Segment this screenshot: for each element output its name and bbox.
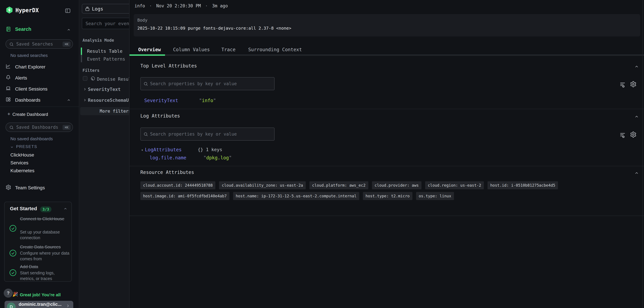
resource-attribute-badge[interactable]: cloud.availability_zone: us-east-2a (219, 181, 306, 189)
get-started-item-subtitle: Configure where your data comes from (20, 250, 70, 262)
filter-group-severitytext[interactable]: SeverityText (88, 87, 120, 92)
event-search-input[interactable] (82, 18, 129, 29)
get-started-item-subtitle: Start sending logs, metrics, or traces (20, 270, 70, 281)
saved-dashboards-box: ⌘K (6, 123, 73, 132)
sidebar-item-chart-explorer[interactable]: Chart Explorer (15, 64, 46, 70)
collapse-section-icon[interactable] (634, 171, 639, 175)
resource-badges: cloud.account.id: 244449518788 cloud.ava… (140, 181, 634, 200)
tab-column-values[interactable]: Column Values (173, 47, 210, 52)
body-content: 2025-10-22 10:15:09 purge fonts-dejavu-c… (137, 26, 291, 31)
create-dashboard-button[interactable]: Create Dashboard (12, 112, 48, 117)
preset-item-kubernetes[interactable]: Kubernetes (10, 168, 34, 173)
body-label: Body (137, 18, 148, 23)
preset-item-clickhouse[interactable]: ClickHouse (10, 152, 34, 158)
sidebar-item-dashboards[interactable]: Dashboards (15, 97, 40, 103)
brand-title: HyperDX (16, 7, 39, 13)
resource-attribute-badge[interactable]: host.type: t2.micro (363, 192, 412, 200)
sidebar-divider (0, 107, 79, 107)
dot-separator: · (205, 3, 208, 8)
gear-icon[interactable] (630, 131, 636, 138)
more-filters-button[interactable]: More filters (80, 107, 129, 115)
presets-header[interactable]: PRESETS (16, 144, 37, 149)
sidebar-item-alerts[interactable]: Alerts (15, 75, 27, 81)
denoise-checkbox[interactable] (83, 76, 88, 81)
event-relative-time: 3m ago (212, 3, 228, 8)
gear-icon[interactable] (630, 81, 636, 88)
get-started-item-title[interactable]: Create Data Sources (20, 244, 72, 250)
check-circle-icon (9, 225, 16, 232)
resource-attribute-badge[interactable]: cloud.provider: aws (372, 181, 422, 189)
tab-surrounding-context[interactable]: Surrounding Context (248, 47, 302, 52)
collapse-section-icon[interactable] (634, 64, 639, 69)
get-started-item-title[interactable]: Add Data (20, 264, 72, 270)
check-circle-icon (9, 269, 16, 276)
search-icon (144, 82, 148, 86)
scrollbar-track[interactable] (642, 0, 643, 308)
sidebar-item-client-sessions[interactable]: Client Sessions (15, 86, 48, 92)
denoise-icon (90, 76, 95, 81)
tab-overview[interactable]: Overview (138, 47, 161, 52)
tab-trace[interactable]: Trace (221, 47, 236, 52)
user-menu[interactable]: D dominic.tran@clic... dominic.tran@clic… (4, 301, 73, 308)
chevron-up-icon[interactable] (66, 98, 71, 102)
section-divider (130, 109, 644, 109)
sidebar-collapse-icon[interactable] (65, 8, 71, 14)
resource-attribute-badge[interactable]: cloud.account.id: 244449518788 (140, 181, 215, 189)
help-button[interactable]: ? (4, 289, 13, 298)
get-started-progress-badge: 3/3 (40, 206, 52, 212)
attribute-value[interactable]: "dpkg.log" (204, 155, 232, 160)
search-icon (144, 132, 148, 137)
resource-attribute-badge[interactable]: cloud.region: us-east-2 (425, 181, 484, 189)
analysis-mode-label: Analysis Mode (82, 38, 114, 43)
severity-text: info (134, 3, 145, 8)
hyperdx-app: HyperDX Search ⌘K No saved searches Char… (0, 0, 644, 308)
resource-attribute-badge[interactable]: host.id: i-0510b81275acbe4d5 (488, 181, 558, 189)
section-title-top-level: Top Level Attributes (140, 63, 197, 69)
section-title-log-attributes: Log Attributes (140, 113, 180, 119)
wrap-lines-icon[interactable] (620, 81, 626, 88)
sidebar-item-team-settings[interactable]: Team Settings (15, 185, 45, 190)
inactive-mode-indicator (81, 55, 82, 62)
resource-attribute-badge[interactable]: os.type: linux (416, 192, 454, 200)
get-started-card: Get Started 3/3 Connect to ClickHouse Se… (4, 202, 72, 282)
attribute-key[interactable]: log.file.name (150, 155, 186, 160)
chevron-up-icon[interactable] (63, 207, 68, 211)
user-name: dominic.tran@clic... (18, 302, 62, 307)
mode-option-event-patterns[interactable]: Event Patterns (87, 56, 125, 62)
property-search-input[interactable] (141, 128, 274, 140)
denoise-results-label[interactable]: Denoise Results (97, 77, 129, 82)
resource-attribute-badge[interactable]: host.name: ip-172-31-12-5.us-east-2.comp… (233, 192, 359, 200)
party-emoji: 🎉 (12, 292, 18, 297)
chevron-right-icon[interactable] (83, 87, 87, 92)
attribute-value[interactable]: "info" (199, 98, 216, 103)
data-source-button[interactable]: Logs (82, 4, 129, 13)
client-sessions-icon (6, 86, 11, 91)
section-divider (130, 166, 644, 166)
collapse-section-icon[interactable] (634, 114, 639, 119)
logs-source-icon (85, 6, 90, 11)
wrap-lines-icon[interactable] (620, 132, 626, 138)
get-started-title: Get Started (10, 206, 37, 211)
attribute-key[interactable]: SeverityText (144, 98, 178, 103)
preset-item-services[interactable]: Services (10, 160, 28, 165)
sidebar: HyperDX Search ⌘K No saved searches Char… (0, 0, 79, 308)
tree-root-key[interactable]: LogAttributes (145, 147, 182, 153)
resource-attribute-badge[interactable]: host.image.id: ami-0f5fcdfbd140e4ab7 (140, 192, 230, 200)
mode-option-results-table[interactable]: Results Table (87, 48, 122, 54)
search-nav-icon (6, 26, 11, 32)
chevron-right-icon[interactable] (83, 98, 87, 103)
avatar: D (7, 303, 16, 308)
tree-expand-caret[interactable]: ▾ (141, 148, 143, 152)
body-card: Body 2025-10-22 10:15:09 purge fonts-dej… (134, 14, 640, 36)
data-source-label: Logs (92, 6, 103, 12)
get-started-item-title[interactable]: Connect to ClickHouse (20, 216, 70, 222)
event-detail-panel: info · Nov 20 2:20:30 PM · 3m ago Body 2… (129, 0, 644, 308)
filter-group-resourceschemaurl[interactable]: ResourceSchemaUrl (88, 98, 129, 103)
resource-attribute-badge[interactable]: cloud.platform: aws_ec2 (310, 181, 368, 189)
chevron-down-icon[interactable] (10, 145, 14, 149)
shortcut-badge: ⌘K (62, 125, 70, 130)
sidebar-item-search[interactable]: Search (15, 26, 31, 32)
shortcut-badge: ⌘K (62, 42, 70, 47)
property-search-input[interactable] (141, 78, 274, 90)
chevron-up-icon[interactable] (66, 28, 71, 32)
